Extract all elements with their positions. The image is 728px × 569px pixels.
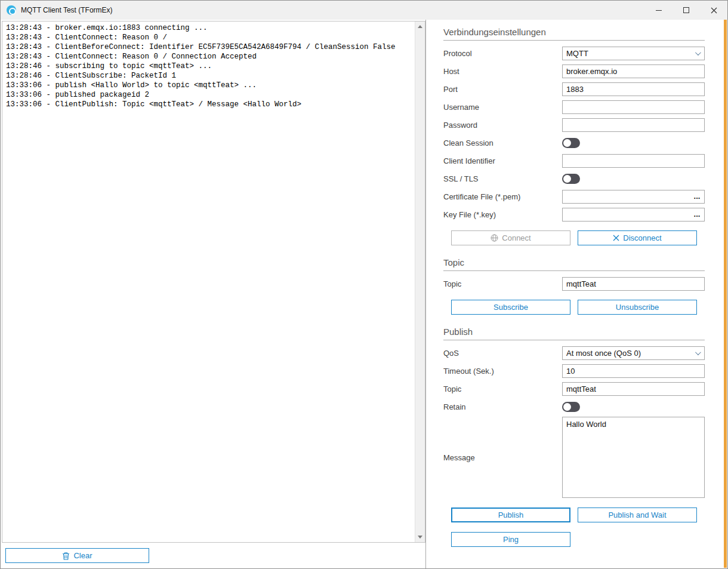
certificate-browse-button[interactable]: ... xyxy=(690,191,704,202)
client-identifier-label: Client Identifier xyxy=(443,156,562,165)
title-bar: MQTT Client Test (TFormEx) xyxy=(1,1,727,20)
clear-button[interactable]: Clear xyxy=(5,548,149,563)
message-label: Message xyxy=(443,453,562,462)
minimize-icon xyxy=(656,10,662,11)
certificate-file-input[interactable] xyxy=(562,190,705,204)
username-input[interactable] xyxy=(562,100,705,114)
password-row: Password xyxy=(443,116,705,134)
client-identifier-input[interactable] xyxy=(562,154,705,168)
maximize-icon xyxy=(683,7,689,13)
qos-select[interactable]: At most once (QoS 0) xyxy=(562,346,705,360)
publish-and-wait-button[interactable]: Publish and Wait xyxy=(578,508,697,522)
unsubscribe-button-label: Unsubscribe xyxy=(616,303,659,312)
publish-topic-label: Topic xyxy=(443,385,562,393)
scroll-down-button[interactable] xyxy=(415,532,425,542)
trash-icon xyxy=(62,552,70,560)
disconnect-x-icon xyxy=(613,235,619,241)
timeout-row: Timeout (Sek.) xyxy=(443,362,705,380)
orange-edge-strip xyxy=(724,20,727,568)
ssl-tls-toggle[interactable] xyxy=(562,174,580,184)
message-row: Message Hallo World xyxy=(443,417,705,498)
disconnect-button-label: Disconnect xyxy=(623,233,661,242)
maximize-button[interactable] xyxy=(673,1,700,20)
topic-label: Topic xyxy=(443,279,562,288)
port-label: Port xyxy=(443,85,562,94)
connection-section-heading: Verbindungseinstellungen xyxy=(443,27,705,37)
log-line: 13:33:06 - publish <Hallo World> to topi… xyxy=(6,81,412,90)
retain-row: Retain xyxy=(443,398,705,416)
log-line: 13:33:06 - published packageid 2 xyxy=(6,90,412,100)
window-title: MQTT Client Test (TFormEx) xyxy=(21,6,113,14)
publish-topic-row: Topic xyxy=(443,380,705,398)
app-icon xyxy=(7,5,16,15)
topic-input[interactable] xyxy=(562,277,705,291)
publish-buttons: Publish Publish and Wait xyxy=(451,508,705,522)
qos-row: QoS At most once (QoS 0) xyxy=(443,344,705,362)
protocol-label: Protocol xyxy=(443,49,562,58)
password-input[interactable] xyxy=(562,118,705,132)
certificate-file-label: Certificate File (*.pem) xyxy=(443,192,562,201)
ping-button[interactable]: Ping xyxy=(451,532,570,547)
log-pane: 13:28:43 - broker.emqx.io:1883 connectin… xyxy=(1,20,426,568)
host-input[interactable] xyxy=(562,64,705,78)
username-row: Username xyxy=(443,98,705,116)
app-window: MQTT Client Test (TFormEx) 13:28:43 - br… xyxy=(0,0,728,569)
key-file-input[interactable] xyxy=(562,208,705,222)
unsubscribe-button[interactable]: Unsubscribe xyxy=(578,300,697,315)
scroll-up-button[interactable] xyxy=(415,21,425,32)
toggle-knob xyxy=(563,139,571,147)
topic-section-rule xyxy=(443,270,705,271)
client-identifier-row: Client Identifier xyxy=(443,152,705,170)
timeout-label: Timeout (Sek.) xyxy=(443,367,562,376)
log-line: 13:28:43 - ClientConnect: Reason 0 / xyxy=(6,33,412,42)
log-line: 13:28:46 - subscribing to topic <mqttTea… xyxy=(6,61,412,71)
log-line: 13:28:43 - broker.emqx.io:1883 connectin… xyxy=(6,23,412,33)
toggle-knob xyxy=(563,403,571,411)
key-file-row: Key File (*.key) ... xyxy=(443,205,705,223)
publish-button[interactable]: Publish xyxy=(451,508,570,522)
log-line: 13:28:43 - ClientConnect: Reason 0 / Con… xyxy=(6,52,412,61)
topic-buttons: Subscribe Unsubscribe xyxy=(451,300,705,315)
key-browse-button[interactable]: ... xyxy=(690,209,704,220)
qos-value: At most once (QoS 0) xyxy=(566,349,641,358)
host-label: Host xyxy=(443,67,562,76)
retain-toggle[interactable] xyxy=(562,402,580,412)
retain-label: Retain xyxy=(443,402,562,411)
username-label: Username xyxy=(443,103,562,112)
protocol-select[interactable]: MQTT xyxy=(562,47,705,60)
close-button[interactable] xyxy=(700,1,727,20)
subscribe-button-label: Subscribe xyxy=(493,303,528,312)
key-file-label: Key File (*.key) xyxy=(443,210,562,219)
timeout-input[interactable] xyxy=(562,364,705,378)
host-row: Host xyxy=(443,62,705,80)
connect-button[interactable]: Connect xyxy=(451,230,570,245)
disconnect-button[interactable]: Disconnect xyxy=(578,230,697,245)
log-line: 13:33:06 - ClientPublish: Topic <mqttTea… xyxy=(6,100,412,109)
publish-section-rule xyxy=(443,340,705,340)
publish-and-wait-button-label: Publish and Wait xyxy=(608,510,666,519)
log-memo[interactable]: 13:28:43 - broker.emqx.io:1883 connectin… xyxy=(2,21,425,543)
log-scrollbar[interactable] xyxy=(415,21,425,542)
publish-topic-input[interactable] xyxy=(562,382,705,396)
connection-section-rule xyxy=(443,40,705,41)
minimize-button[interactable] xyxy=(645,1,673,20)
password-label: Password xyxy=(443,121,562,130)
main-content: 13:28:43 - broker.emqx.io:1883 connectin… xyxy=(1,20,727,568)
publish-section-heading: Publish xyxy=(443,327,705,337)
message-textarea[interactable]: Hallo World xyxy=(562,417,705,498)
ssl-tls-label: SSL / TLS xyxy=(443,174,562,183)
clean-session-row: Clean Session xyxy=(443,134,705,152)
ping-button-label: Ping xyxy=(503,535,519,544)
ping-button-row: Ping xyxy=(451,532,705,547)
ssl-tls-row: SSL / TLS xyxy=(443,170,705,187)
scroll-up-icon xyxy=(418,25,422,28)
toggle-knob xyxy=(563,175,571,183)
clean-session-toggle[interactable] xyxy=(562,138,580,148)
certificate-file-row: Certificate File (*.pem) ... xyxy=(443,187,705,205)
log-toolbar: Clear xyxy=(2,543,425,568)
port-input[interactable] xyxy=(562,82,705,96)
topic-row: Topic xyxy=(443,275,705,293)
subscribe-button[interactable]: Subscribe xyxy=(451,300,570,315)
scroll-down-icon xyxy=(418,536,422,539)
topic-section-heading: Topic xyxy=(443,257,705,267)
